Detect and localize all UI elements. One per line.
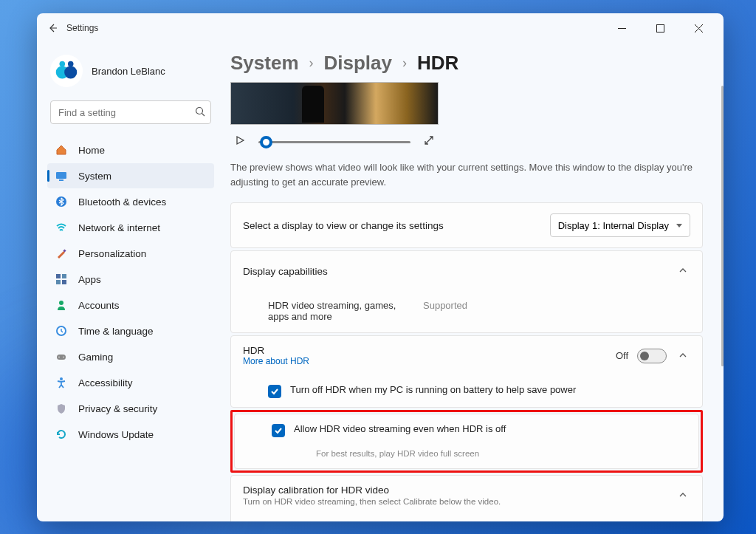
user-name: Brandon LeBlanc (92, 66, 165, 77)
svg-rect-10 (56, 172, 66, 179)
breadcrumb-system[interactable]: System (230, 52, 299, 75)
clock-icon (55, 324, 68, 338)
preview-video (230, 82, 439, 125)
collapse-button[interactable] (676, 486, 690, 505)
calibration-sub: Turn on HDR video streaming, then select… (243, 497, 676, 506)
back-button[interactable] (47, 23, 58, 33)
nav-time[interactable]: Time & language (47, 318, 214, 343)
window-title: Settings (66, 23, 98, 33)
svg-point-18 (59, 301, 63, 305)
breadcrumb-hdr: HDR (417, 52, 458, 75)
nav-label: Accessibility (78, 377, 133, 388)
hdr-toggle-state: Off (616, 350, 628, 361)
nav-label: Bluetooth & devices (78, 196, 166, 208)
svg-point-22 (63, 357, 64, 358)
highlight-annotation: Allow HDR video streaming even when HDR … (230, 410, 703, 473)
capabilities-header[interactable]: Display capabilities (231, 251, 702, 291)
personalization-icon (55, 247, 68, 260)
collapse-button[interactable] (676, 346, 690, 366)
nav-system[interactable]: System (47, 163, 214, 188)
breadcrumb-display[interactable]: Display (324, 52, 393, 75)
svg-point-6 (60, 61, 66, 67)
svg-point-8 (196, 108, 203, 114)
expand-icon (424, 135, 434, 146)
nav-apps[interactable]: Apps (47, 267, 214, 292)
close-icon (695, 24, 703, 32)
nav-label: Accounts (78, 300, 120, 311)
nav-label: System (78, 171, 111, 182)
wifi-icon (55, 221, 68, 234)
nav-label: Apps (78, 274, 101, 285)
display-select-label: Select a display to view or change its s… (243, 220, 541, 231)
scrollbar[interactable] (721, 86, 724, 366)
preview-help-text: The preview shows what video will look l… (230, 160, 703, 189)
collapse-button[interactable] (676, 261, 690, 281)
slider-thumb[interactable] (260, 136, 272, 148)
minimize-button[interactable] (607, 17, 636, 39)
svg-rect-20 (57, 355, 66, 360)
check-icon (274, 426, 283, 435)
titlebar: Settings (37, 13, 724, 43)
breadcrumb: System › Display › HDR (230, 52, 703, 75)
hdr-card: HDR More about HDR Off Turn off HDR when… (230, 335, 703, 408)
calibration-title: Display calibration for HDR video (243, 485, 676, 496)
accessibility-icon (55, 376, 68, 389)
play-button[interactable] (235, 135, 245, 148)
hdr-toggle[interactable] (637, 349, 667, 363)
nav-label: Time & language (78, 326, 154, 337)
hdr-more-link[interactable]: More about HDR (243, 356, 607, 366)
svg-rect-15 (62, 274, 66, 278)
nav-update[interactable]: Windows Update (47, 422, 214, 447)
svg-rect-14 (56, 274, 61, 278)
battery-check-label: Turn off HDR when my PC is running on ba… (290, 384, 576, 395)
check-icon (270, 387, 279, 396)
search-input[interactable] (50, 100, 211, 124)
svg-point-21 (58, 357, 60, 358)
nav-label: Windows Update (78, 429, 154, 440)
nav-privacy[interactable]: Privacy & security (47, 396, 214, 421)
search-icon (195, 106, 205, 117)
content-area: System › Display › HDR The preview shows… (220, 43, 724, 521)
nav-accounts[interactable]: Accounts (47, 292, 214, 318)
preview-controls (230, 125, 439, 160)
calibration-card: Display calibration for HDR video Turn o… (230, 475, 703, 521)
capabilities-status: Supported (423, 300, 467, 322)
chevron-up-icon (678, 351, 687, 360)
close-button[interactable] (684, 17, 713, 39)
video-slider[interactable] (258, 141, 410, 143)
hdr-header: HDR More about HDR Off (231, 336, 702, 375)
streaming-checkbox[interactable] (272, 424, 285, 437)
accounts-icon (55, 298, 68, 312)
avatar (50, 55, 83, 87)
user-profile[interactable]: Brandon LeBlanc (47, 43, 214, 97)
nav-label: Gaming (78, 352, 113, 363)
battery-checkbox[interactable] (268, 385, 281, 398)
svg-rect-17 (62, 280, 66, 284)
chevron-right-icon: › (402, 55, 407, 71)
gaming-icon (55, 350, 68, 363)
chevron-up-icon (678, 490, 687, 499)
maximize-button[interactable] (645, 17, 675, 39)
chevron-up-icon (678, 266, 687, 275)
display-select-card: Select a display to view or change its s… (230, 202, 703, 248)
svg-rect-11 (59, 179, 63, 181)
capabilities-detail: HDR video streaming, games, apps and mor… (231, 291, 702, 332)
nav-home[interactable]: Home (47, 137, 214, 162)
display-dropdown[interactable]: Display 1: Internal Display (550, 213, 690, 237)
streaming-check-row: Allow HDR video streaming even when HDR … (235, 414, 698, 446)
chevron-right-icon: › (309, 55, 314, 71)
nav-personalization[interactable]: Personalization (47, 241, 214, 266)
shield-icon (55, 402, 68, 415)
nav-network[interactable]: Network & internet (47, 215, 214, 240)
nav-accessibility[interactable]: Accessibility (47, 370, 214, 395)
nav-label: Network & internet (78, 222, 160, 233)
svg-line-9 (202, 114, 205, 117)
nav-gaming[interactable]: Gaming (47, 344, 214, 369)
nav-bluetooth[interactable]: Bluetooth & devices (47, 189, 214, 214)
back-arrow-icon (47, 23, 58, 33)
svg-rect-1 (656, 24, 664, 32)
calibration-header[interactable]: Display calibration for HDR video Turn o… (231, 476, 702, 515)
maximize-icon (656, 24, 664, 32)
svg-rect-16 (56, 280, 61, 284)
fullscreen-button[interactable] (424, 135, 434, 148)
